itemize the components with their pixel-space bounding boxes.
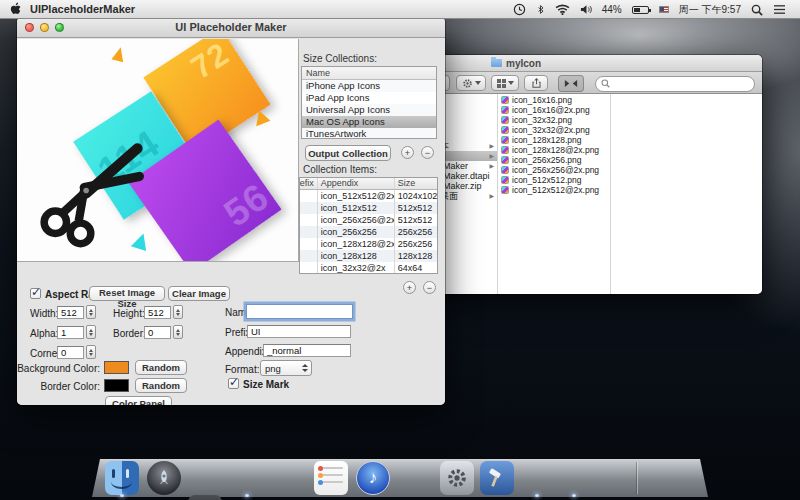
zoom-button[interactable] xyxy=(55,23,64,32)
apple-menu-icon[interactable] xyxy=(10,2,22,16)
list-column-header[interactable]: Name xyxy=(302,67,436,80)
collection-items-table: Prefix Appendix Size icon_512x512@2x1024… xyxy=(299,177,438,274)
input-language-flag-icon[interactable] xyxy=(659,6,669,13)
file-row[interactable]: icon_16x16.png xyxy=(501,95,609,105)
add-item-button[interactable]: + xyxy=(403,281,416,294)
file-row[interactable]: icon_16x16@2x.png xyxy=(501,105,609,115)
add-collection-button[interactable]: + xyxy=(401,146,414,159)
collection-row[interactable]: Mac OS App Icons xyxy=(302,116,436,128)
collection-row[interactable]: iPad App Icons xyxy=(302,92,436,104)
file-row[interactable]: icon_512x512.png xyxy=(501,175,609,185)
file-row[interactable]: icon_256x256.png xyxy=(501,155,609,165)
height-stepper[interactable] xyxy=(173,305,183,319)
file-row[interactable]: icon_256x256@2x.png xyxy=(501,165,609,175)
clear-image-button[interactable]: Clear Image xyxy=(168,286,230,301)
collection-item-row[interactable]: icon_128x128128x128 xyxy=(300,250,437,262)
corner-input[interactable] xyxy=(57,346,84,359)
collection-item-row[interactable]: icon_128x128@2x256x256 xyxy=(300,238,437,250)
collection-row[interactable]: iTunesArtwork xyxy=(302,128,436,139)
background-random-button[interactable]: Random xyxy=(135,360,187,375)
width-input[interactable] xyxy=(57,306,84,319)
dock-itunes-icon[interactable]: ♪ xyxy=(356,461,390,495)
collapse-arrows-button[interactable] xyxy=(558,75,584,92)
column-divider[interactable] xyxy=(610,94,611,294)
size-mark-label: Size Mark xyxy=(243,379,289,390)
format-dropdown[interactable]: png xyxy=(260,360,312,376)
corner-stepper[interactable] xyxy=(86,345,96,359)
file-row[interactable]: icon_32x32@2x.png xyxy=(501,125,609,135)
collection-item-row[interactable]: icon_512x512@2x1024x1024 xyxy=(300,190,437,202)
column-divider[interactable] xyxy=(497,94,498,294)
image-preview[interactable]: 72 114 56 xyxy=(17,39,299,262)
collection-item-row[interactable]: icon_256x256@2x512x512 xyxy=(300,214,437,226)
alpha-label: Alpha: xyxy=(30,328,58,339)
background-color-swatch[interactable] xyxy=(104,361,129,374)
finder-search-field[interactable] xyxy=(595,76,755,92)
collection-row[interactable]: iPhone App Icons xyxy=(302,80,436,92)
bluetooth-icon[interactable] xyxy=(536,3,545,16)
file-row[interactable]: icon_32x32.png xyxy=(501,115,609,125)
header-prefix[interactable]: Prefix xyxy=(300,178,318,189)
table-header[interactable]: Prefix Appendix Size xyxy=(300,178,437,190)
app-titlebar[interactable]: UI Placeholder Maker xyxy=(17,17,445,38)
border-input[interactable] xyxy=(144,326,171,339)
search-icon xyxy=(601,79,610,88)
header-size[interactable]: Size xyxy=(395,178,437,189)
file-row[interactable]: icon_128x128.png xyxy=(501,135,609,145)
dock-launchpad-icon[interactable] xyxy=(147,461,181,495)
reset-image-size-button[interactable]: Reset Image Size xyxy=(89,286,165,301)
border-color-swatch[interactable] xyxy=(104,379,129,392)
file-row[interactable]: icon_128x128@2x.png xyxy=(501,145,609,155)
header-appendix[interactable]: Appendix xyxy=(318,178,395,189)
appendix-input[interactable] xyxy=(263,344,351,357)
remove-collection-button[interactable]: − xyxy=(421,146,434,159)
collection-item-row[interactable]: icon_32x32@2x64x64 xyxy=(300,262,437,274)
dock-finder-icon[interactable] xyxy=(105,461,139,495)
running-indicator xyxy=(572,494,576,497)
collection-item-row[interactable]: icon_256x256256x256 xyxy=(300,226,437,238)
cell-appendix: icon_512x512 xyxy=(318,202,395,214)
aspect-ratio-checkbox[interactable]: ✓ xyxy=(30,288,41,299)
prefix-input[interactable] xyxy=(247,325,351,338)
running-indicator xyxy=(120,494,124,497)
time-machine-icon[interactable] xyxy=(513,3,526,16)
width-stepper[interactable] xyxy=(86,305,96,319)
alpha-input[interactable] xyxy=(57,326,84,339)
format-label: Format: xyxy=(225,364,259,375)
file-icon xyxy=(501,146,509,154)
finder-search-input[interactable] xyxy=(610,79,740,89)
dock-mission-control-icon[interactable] xyxy=(188,495,222,500)
battery-icon[interactable] xyxy=(632,6,649,14)
close-button[interactable] xyxy=(25,23,34,32)
border-random-button[interactable]: Random xyxy=(135,378,187,393)
border-stepper[interactable] xyxy=(173,325,183,339)
name-input[interactable] xyxy=(246,304,353,319)
collection-row[interactable]: Universal App Icons xyxy=(302,104,436,116)
menu-clock[interactable]: 周一 下午9:57 xyxy=(679,3,741,17)
color-panel-button[interactable]: Color Panel xyxy=(105,396,172,405)
file-row[interactable]: icon_512x512@2x.png xyxy=(501,185,609,195)
share-button[interactable] xyxy=(524,75,548,91)
check-icon: ✓ xyxy=(229,375,239,389)
chevron-down-icon xyxy=(475,81,481,85)
item-arrange-button[interactable] xyxy=(491,75,519,91)
output-collection-button[interactable]: Output Collection xyxy=(305,145,391,161)
notification-center-icon[interactable] xyxy=(773,4,786,15)
wifi-icon[interactable] xyxy=(555,4,570,15)
minimize-button[interactable] xyxy=(40,23,49,32)
finder-window-title: myIcon xyxy=(506,58,541,69)
border-color-label: Border Color: xyxy=(17,381,100,392)
alpha-stepper[interactable] xyxy=(86,325,96,339)
spotlight-search-icon[interactable] xyxy=(751,4,763,16)
dock-system-preferences-icon[interactable] xyxy=(440,461,474,495)
collection-item-row[interactable]: icon_512x512512x512 xyxy=(300,202,437,214)
file-icon xyxy=(501,166,509,174)
menu-app-name[interactable]: UIPlaceholderMaker xyxy=(30,3,135,15)
dock-xcode-icon[interactable] xyxy=(480,461,514,495)
volume-icon[interactable] xyxy=(580,4,592,15)
action-gear-button[interactable] xyxy=(456,75,486,91)
height-input[interactable] xyxy=(144,306,171,319)
dock-reminders-icon[interactable] xyxy=(314,461,348,495)
size-mark-checkbox[interactable]: ✓ xyxy=(228,378,239,389)
remove-item-button[interactable]: − xyxy=(423,281,436,294)
